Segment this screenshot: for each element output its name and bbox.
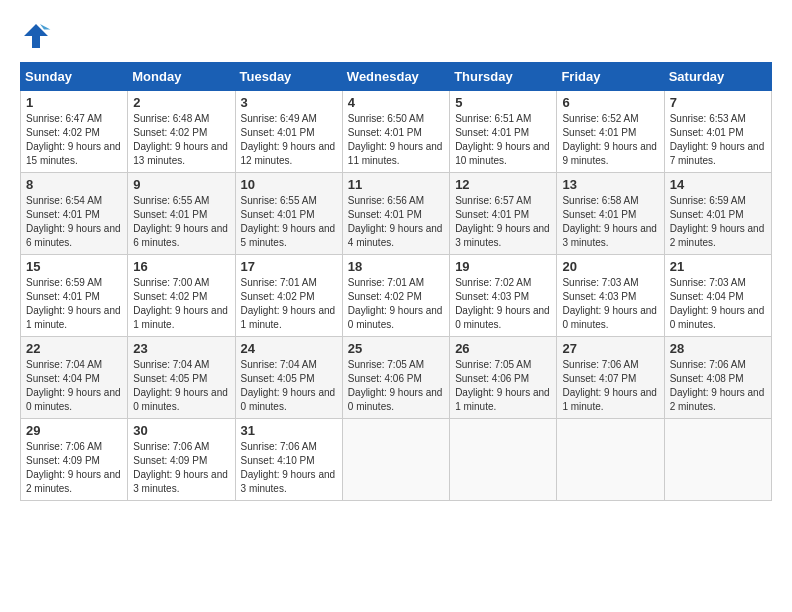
day-number: 19 [455,259,551,274]
day-number: 16 [133,259,229,274]
day-info: Sunrise: 6:59 AM Sunset: 4:01 PM Dayligh… [670,194,766,250]
day-number: 7 [670,95,766,110]
calendar-cell: 23 Sunrise: 7:04 AM Sunset: 4:05 PM Dayl… [128,337,235,419]
calendar-cell: 30 Sunrise: 7:06 AM Sunset: 4:09 PM Dayl… [128,419,235,501]
calendar-week-row: 1 Sunrise: 6:47 AM Sunset: 4:02 PM Dayli… [21,91,772,173]
day-info: Sunrise: 6:49 AM Sunset: 4:01 PM Dayligh… [241,112,337,168]
calendar-cell: 18 Sunrise: 7:01 AM Sunset: 4:02 PM Dayl… [342,255,449,337]
calendar-cell: 31 Sunrise: 7:06 AM Sunset: 4:10 PM Dayl… [235,419,342,501]
day-info: Sunrise: 7:04 AM Sunset: 4:05 PM Dayligh… [241,358,337,414]
day-info: Sunrise: 7:03 AM Sunset: 4:03 PM Dayligh… [562,276,658,332]
calendar-cell: 1 Sunrise: 6:47 AM Sunset: 4:02 PM Dayli… [21,91,128,173]
day-info: Sunrise: 6:55 AM Sunset: 4:01 PM Dayligh… [133,194,229,250]
day-number: 10 [241,177,337,192]
day-info: Sunrise: 7:04 AM Sunset: 4:04 PM Dayligh… [26,358,122,414]
header-saturday: Saturday [664,63,771,91]
calendar-cell: 5 Sunrise: 6:51 AM Sunset: 4:01 PM Dayli… [450,91,557,173]
calendar-cell: 19 Sunrise: 7:02 AM Sunset: 4:03 PM Dayl… [450,255,557,337]
day-info: Sunrise: 7:01 AM Sunset: 4:02 PM Dayligh… [348,276,444,332]
day-info: Sunrise: 7:06 AM Sunset: 4:08 PM Dayligh… [670,358,766,414]
calendar-cell: 12 Sunrise: 6:57 AM Sunset: 4:01 PM Dayl… [450,173,557,255]
day-info: Sunrise: 6:53 AM Sunset: 4:01 PM Dayligh… [670,112,766,168]
day-number: 3 [241,95,337,110]
calendar-week-row: 22 Sunrise: 7:04 AM Sunset: 4:04 PM Dayl… [21,337,772,419]
day-number: 15 [26,259,122,274]
day-info: Sunrise: 7:04 AM Sunset: 4:05 PM Dayligh… [133,358,229,414]
day-number: 28 [670,341,766,356]
calendar-cell: 17 Sunrise: 7:01 AM Sunset: 4:02 PM Dayl… [235,255,342,337]
day-number: 24 [241,341,337,356]
day-number: 9 [133,177,229,192]
day-number: 31 [241,423,337,438]
day-number: 6 [562,95,658,110]
calendar-cell: 8 Sunrise: 6:54 AM Sunset: 4:01 PM Dayli… [21,173,128,255]
calendar-cell: 15 Sunrise: 6:59 AM Sunset: 4:01 PM Dayl… [21,255,128,337]
day-number: 12 [455,177,551,192]
day-info: Sunrise: 6:47 AM Sunset: 4:02 PM Dayligh… [26,112,122,168]
day-number: 1 [26,95,122,110]
calendar-week-row: 29 Sunrise: 7:06 AM Sunset: 4:09 PM Dayl… [21,419,772,501]
header-thursday: Thursday [450,63,557,91]
day-number: 13 [562,177,658,192]
day-info: Sunrise: 6:50 AM Sunset: 4:01 PM Dayligh… [348,112,444,168]
day-info: Sunrise: 6:59 AM Sunset: 4:01 PM Dayligh… [26,276,122,332]
calendar-cell: 10 Sunrise: 6:55 AM Sunset: 4:01 PM Dayl… [235,173,342,255]
calendar-cell: 2 Sunrise: 6:48 AM Sunset: 4:02 PM Dayli… [128,91,235,173]
day-info: Sunrise: 6:48 AM Sunset: 4:02 PM Dayligh… [133,112,229,168]
day-number: 14 [670,177,766,192]
calendar-cell: 27 Sunrise: 7:06 AM Sunset: 4:07 PM Dayl… [557,337,664,419]
day-number: 5 [455,95,551,110]
day-number: 4 [348,95,444,110]
day-info: Sunrise: 6:55 AM Sunset: 4:01 PM Dayligh… [241,194,337,250]
day-info: Sunrise: 7:00 AM Sunset: 4:02 PM Dayligh… [133,276,229,332]
day-number: 2 [133,95,229,110]
calendar-cell [450,419,557,501]
day-info: Sunrise: 6:58 AM Sunset: 4:01 PM Dayligh… [562,194,658,250]
day-info: Sunrise: 7:05 AM Sunset: 4:06 PM Dayligh… [455,358,551,414]
calendar-cell: 29 Sunrise: 7:06 AM Sunset: 4:09 PM Dayl… [21,419,128,501]
day-info: Sunrise: 7:03 AM Sunset: 4:04 PM Dayligh… [670,276,766,332]
calendar-week-row: 8 Sunrise: 6:54 AM Sunset: 4:01 PM Dayli… [21,173,772,255]
calendar-cell: 21 Sunrise: 7:03 AM Sunset: 4:04 PM Dayl… [664,255,771,337]
day-info: Sunrise: 6:54 AM Sunset: 4:01 PM Dayligh… [26,194,122,250]
calendar-cell: 3 Sunrise: 6:49 AM Sunset: 4:01 PM Dayli… [235,91,342,173]
day-info: Sunrise: 7:06 AM Sunset: 4:07 PM Dayligh… [562,358,658,414]
calendar-cell: 20 Sunrise: 7:03 AM Sunset: 4:03 PM Dayl… [557,255,664,337]
calendar-cell [557,419,664,501]
header-monday: Monday [128,63,235,91]
calendar-cell [342,419,449,501]
header-wednesday: Wednesday [342,63,449,91]
calendar-cell: 16 Sunrise: 7:00 AM Sunset: 4:02 PM Dayl… [128,255,235,337]
calendar-header-row: SundayMondayTuesdayWednesdayThursdayFrid… [21,63,772,91]
day-number: 22 [26,341,122,356]
calendar-cell: 25 Sunrise: 7:05 AM Sunset: 4:06 PM Dayl… [342,337,449,419]
logo-icon [20,20,52,52]
day-number: 11 [348,177,444,192]
day-number: 26 [455,341,551,356]
calendar-cell: 26 Sunrise: 7:05 AM Sunset: 4:06 PM Dayl… [450,337,557,419]
calendar-cell: 14 Sunrise: 6:59 AM Sunset: 4:01 PM Dayl… [664,173,771,255]
day-info: Sunrise: 6:57 AM Sunset: 4:01 PM Dayligh… [455,194,551,250]
day-info: Sunrise: 7:06 AM Sunset: 4:09 PM Dayligh… [133,440,229,496]
calendar-table: SundayMondayTuesdayWednesdayThursdayFrid… [20,62,772,501]
day-number: 27 [562,341,658,356]
day-info: Sunrise: 6:52 AM Sunset: 4:01 PM Dayligh… [562,112,658,168]
day-number: 23 [133,341,229,356]
calendar-cell: 11 Sunrise: 6:56 AM Sunset: 4:01 PM Dayl… [342,173,449,255]
day-info: Sunrise: 6:51 AM Sunset: 4:01 PM Dayligh… [455,112,551,168]
svg-marker-1 [40,24,50,30]
calendar-cell: 7 Sunrise: 6:53 AM Sunset: 4:01 PM Dayli… [664,91,771,173]
header-friday: Friday [557,63,664,91]
day-number: 25 [348,341,444,356]
day-number: 30 [133,423,229,438]
calendar-cell: 13 Sunrise: 6:58 AM Sunset: 4:01 PM Dayl… [557,173,664,255]
calendar-week-row: 15 Sunrise: 6:59 AM Sunset: 4:01 PM Dayl… [21,255,772,337]
page-header [20,20,772,52]
day-info: Sunrise: 6:56 AM Sunset: 4:01 PM Dayligh… [348,194,444,250]
calendar-cell: 22 Sunrise: 7:04 AM Sunset: 4:04 PM Dayl… [21,337,128,419]
calendar-cell: 4 Sunrise: 6:50 AM Sunset: 4:01 PM Dayli… [342,91,449,173]
header-sunday: Sunday [21,63,128,91]
day-info: Sunrise: 7:02 AM Sunset: 4:03 PM Dayligh… [455,276,551,332]
day-number: 8 [26,177,122,192]
day-number: 17 [241,259,337,274]
